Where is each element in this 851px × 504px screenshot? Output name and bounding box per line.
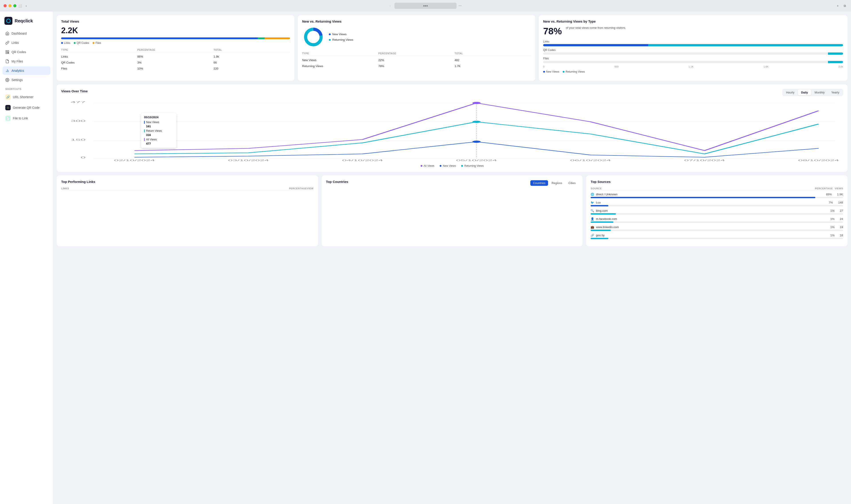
logo-text: Reqclick bbox=[15, 18, 33, 23]
tab-hourly[interactable]: Hourly bbox=[783, 89, 798, 95]
sidebar-toggle-button[interactable]: ⬜ bbox=[18, 4, 22, 7]
bar-qr-bg bbox=[543, 53, 828, 55]
shortcut-label-url-shortener: URL Shortener bbox=[13, 95, 33, 99]
sources-table-header: SOURCE PERCENTAGE VIEWS bbox=[591, 186, 843, 191]
total-views-card: Total Views 2.2K Links QR Codes bbox=[57, 15, 294, 81]
dot-returning-views-chart bbox=[461, 165, 463, 167]
svg-text:0: 0 bbox=[81, 156, 86, 159]
chart-area: 477 300 150 0 bbox=[61, 100, 843, 162]
source-row-facebook: 👤 m.facebook.com 1% 24 bbox=[591, 217, 843, 223]
gear-icon bbox=[5, 78, 9, 82]
tab-monthly[interactable]: Monthly bbox=[812, 89, 828, 95]
back-button[interactable]: ‹ bbox=[24, 4, 28, 7]
source-row-bing: 🔍 bing.com 1% 27 bbox=[591, 209, 843, 215]
linkedin-icon: 💼 bbox=[591, 226, 594, 229]
dot-all-views bbox=[421, 165, 422, 167]
sidebar-item-label-settings: Settings bbox=[12, 78, 23, 82]
sidebar-item-settings[interactable]: Settings bbox=[3, 76, 50, 84]
shortcuts-label: SHORTCUTS bbox=[3, 85, 50, 91]
facebook-icon: 👤 bbox=[591, 217, 594, 220]
shortcut-url-shortener[interactable]: 🔗 URL Shortener bbox=[3, 92, 50, 102]
top-row: Total Views 2.2K Links QR Codes bbox=[57, 15, 848, 81]
address-text: ●●● bbox=[423, 4, 428, 7]
source-bar-tco bbox=[591, 205, 843, 206]
total-views-legend: Links QR Codes Files bbox=[61, 41, 290, 44]
minimize-button[interactable] bbox=[8, 4, 12, 7]
th-pct: PERCENTAGE bbox=[137, 49, 214, 51]
close-button[interactable] bbox=[3, 4, 7, 7]
bar-qr-returning bbox=[828, 53, 843, 55]
dot-new-views-type bbox=[543, 71, 545, 73]
nvr-table-header: TYPE PERCENTAGE TOTAL bbox=[302, 51, 531, 56]
donut-legend: New Views Returning Views bbox=[329, 33, 353, 41]
forward-button[interactable]: › bbox=[388, 4, 392, 7]
views-over-time-card: Views Over Time Hourly Daily Monthly Yea… bbox=[57, 84, 848, 172]
progress-files bbox=[265, 37, 290, 39]
shortcut-generate-qr[interactable]: ⬛ Generate QR Code bbox=[3, 103, 50, 112]
svg-text:05/10/2024: 05/10/2024 bbox=[456, 159, 497, 162]
tab-cities[interactable]: Cities bbox=[566, 180, 578, 186]
sidebar-item-label-myfiles: My Files bbox=[12, 59, 23, 63]
tab-yearly[interactable]: Yearly bbox=[828, 89, 843, 95]
source-bar-facebook bbox=[591, 221, 843, 223]
legend-dot-links bbox=[61, 42, 63, 44]
tco-icon: 🐦 bbox=[591, 201, 594, 204]
sidebar-item-dashboard[interactable]: Dashboard bbox=[3, 29, 50, 38]
sidebar-item-links[interactable]: Links bbox=[3, 38, 50, 47]
svg-rect-6 bbox=[8, 53, 9, 54]
tooltip-bar-all bbox=[144, 138, 145, 141]
titlebar-center: › ●●● ⋯ bbox=[388, 3, 463, 9]
total-views-value: 2.2K bbox=[61, 26, 290, 35]
app: Reqclick Dashboard Links QR Codes My Fil… bbox=[0, 12, 851, 504]
maximize-button[interactable] bbox=[13, 4, 16, 7]
svg-rect-2 bbox=[6, 53, 7, 54]
svg-rect-5 bbox=[8, 53, 8, 54]
analytics-icon bbox=[5, 69, 9, 73]
legend-label-links: Links bbox=[64, 41, 70, 44]
nvr-row-new: New Views 22% 482 bbox=[302, 57, 531, 63]
legend-dot-qrcodes bbox=[74, 42, 75, 44]
svg-text:07/10/2024: 07/10/2024 bbox=[684, 159, 725, 162]
total-views-title: Total Views bbox=[61, 19, 290, 23]
dot-new-views bbox=[329, 33, 331, 35]
tooltip-return-label: Return Views bbox=[146, 129, 162, 132]
svg-text:477: 477 bbox=[71, 101, 86, 103]
link-icon bbox=[5, 41, 9, 45]
sidebar-item-label-dashboard: Dashboard bbox=[12, 32, 27, 35]
sidebar-item-myfiles[interactable]: My Files bbox=[3, 57, 50, 66]
sidebar-item-qrcodes[interactable]: QR Codes bbox=[3, 48, 50, 56]
tab-countries[interactable]: Countries bbox=[530, 180, 548, 186]
total-views-progress-bar bbox=[61, 37, 290, 39]
bing-icon: 🔍 bbox=[591, 209, 594, 212]
sidebar: Reqclick Dashboard Links QR Codes My Fil… bbox=[0, 12, 53, 504]
settings-icon[interactable]: ⋯ bbox=[458, 4, 462, 7]
tab-regions[interactable]: Regions bbox=[549, 180, 565, 186]
logo-icon-inner bbox=[6, 19, 11, 23]
percent-desc: of your total views come from returning … bbox=[566, 26, 626, 30]
address-bar[interactable]: ●●● bbox=[395, 3, 456, 9]
logo: Reqclick bbox=[3, 15, 50, 28]
chart-legend-all: All Views bbox=[421, 164, 434, 167]
tab-daily[interactable]: Daily bbox=[798, 89, 811, 95]
tooltip-row-new: New Views bbox=[144, 121, 173, 124]
new-tab-button[interactable]: + bbox=[836, 4, 839, 7]
svg-text:04/10/2024: 04/10/2024 bbox=[342, 159, 383, 162]
source-name-direct: 🌐 direct / Unknown bbox=[591, 193, 618, 196]
legend-qrcodes: QR Codes bbox=[74, 41, 89, 44]
source-bar-linkedin bbox=[591, 230, 843, 231]
tabs-button[interactable]: ⧉ bbox=[843, 4, 847, 7]
donut-section: New Views Returning Views bbox=[302, 26, 531, 48]
home-icon bbox=[5, 32, 9, 35]
new-vs-returning-card: New vs. Returning Views New Vi bbox=[298, 15, 535, 81]
shortcut-file-to-link[interactable]: 📄 File to Link bbox=[3, 113, 50, 123]
svg-text:08/10/2024: 08/10/2024 bbox=[798, 159, 839, 162]
chart-legend: All Views New Views Returning Views bbox=[61, 164, 843, 167]
countries-tab-group: Countries Regions Cities bbox=[530, 180, 578, 186]
source-bar-bing bbox=[591, 213, 843, 215]
chart-svg: 477 300 150 0 bbox=[61, 100, 843, 162]
time-card-header: Views Over Time Hourly Daily Monthly Yea… bbox=[61, 89, 843, 96]
dot-new-views-chart bbox=[440, 165, 441, 167]
dot-returning-views-type bbox=[563, 71, 565, 73]
legend-dot-files bbox=[93, 42, 94, 44]
sidebar-item-analytics[interactable]: Analytics bbox=[3, 67, 50, 75]
